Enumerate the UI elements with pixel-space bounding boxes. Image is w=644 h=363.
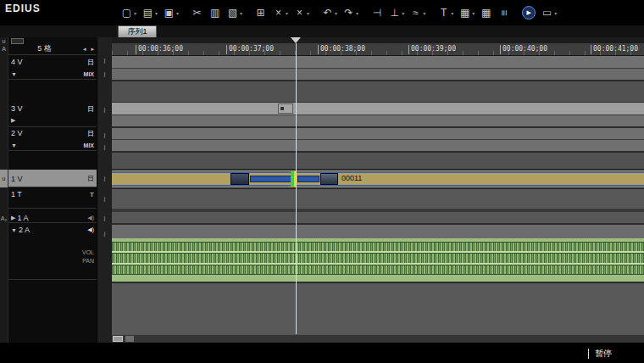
expander-icon[interactable]: ▼ [11,142,17,148]
chevron-down-icon[interactable]: ▾ [451,10,453,16]
track-header-1a[interactable]: ▶ 1 A ◀) [8,212,97,223]
status-text-group: 暂停 [588,348,612,360]
arrow-right-icon[interactable]: ▸ [88,46,97,53]
track-row: 2 V 日 [8,127,97,139]
chevron-down-icon[interactable]: ▾ [356,10,358,16]
chevron-down-icon[interactable]: ▾ [402,10,404,16]
lock-icon[interactable]: u [0,170,8,187]
audio-waveform [112,265,644,275]
track-row: ▼ 2 A ◀) [8,224,97,236]
toolbar-button-grid[interactable]: ▦ [478,4,494,21]
toolbar-button-set-point[interactable]: ⊣ [369,4,385,21]
sync-link-icon[interactable]: ≀ [97,142,112,153]
toolbar-button-add-cut-point[interactable]: ⊥▾ [386,4,406,21]
chevron-down-icon[interactable]: ▾ [307,10,309,16]
track-lane-3v-sub[interactable] [112,115,644,126]
toolbar-button-copy[interactable]: ▥ [207,4,223,21]
track-lane-4v[interactable] [112,56,644,68]
horizontal-scrollbar[interactable] [112,334,644,343]
chevron-down-icon[interactable]: ▾ [472,10,475,16]
track-lane-1t[interactable] [112,189,644,209]
video-mute-icon[interactable]: 日 [87,104,94,114]
lock-icon[interactable]: A₂ [0,215,8,221]
track-lane-3v[interactable] [112,103,644,114]
track-lane-1a[interactable] [112,212,644,223]
clip-3v-small[interactable] [278,103,293,114]
track-lane-2v-mix[interactable] [112,140,644,151]
audio-clip-2a[interactable] [112,238,644,282]
clip-name-label: 00011 [341,174,362,182]
sync-link-icon[interactable]: ≀ [97,70,112,80]
scrollbar-button[interactable] [125,336,134,342]
sync-link-icon[interactable]: ≀ [97,229,112,239]
chevron-down-icon[interactable]: ▾ [134,10,136,16]
clip-segment[interactable] [297,176,319,182]
toolbar-button-ripple-delete[interactable]: ×▾ [291,4,311,21]
arrow-left-icon[interactable]: ◂ [80,46,89,53]
chevron-down-icon[interactable]: ▾ [240,10,242,16]
tab-sequence-1[interactable]: 序列1 [118,25,157,37]
speaker-icon[interactable]: ◀) [87,215,94,221]
expander-icon[interactable]: ▼ [11,227,17,233]
clip-thumbnail[interactable] [230,173,249,185]
title-track-icon[interactable]: T [90,191,94,198]
expander-icon[interactable]: ▼ [11,71,17,77]
toolbar-button-play[interactable]: ▶ [520,4,537,21]
toolbar-button-delete[interactable]: ×▾ [270,4,290,21]
playhead-marker-icon[interactable] [291,37,301,43]
sync-link-icon[interactable]: ≀ [97,56,112,66]
track-height-control[interactable]: 5 格 ◂ ▸ [8,43,97,55]
scrollbar-thumb[interactable] [113,336,123,342]
layout-icon: ▦ [458,5,471,20]
clip-segment[interactable] [250,176,291,182]
chevron-down-icon[interactable]: ▾ [176,10,179,16]
toolbar-button-undo[interactable]: ↶▾ [319,4,339,21]
sync-link-icon[interactable]: ≀ [97,174,112,184]
track-header-4v[interactable]: 4 V 日 ▼ MIX [8,56,97,80]
chevron-down-icon[interactable]: ▾ [335,10,337,16]
toolbar-button-save-project[interactable]: ▣▾ [161,4,180,21]
chevron-down-icon[interactable]: ▾ [423,10,425,16]
clip-thumbnail[interactable] [320,173,338,185]
track-lane-2a[interactable] [112,225,644,238]
video-mute-icon[interactable]: 日 [87,174,94,183]
sync-link-icon[interactable]: ≀ [97,105,112,115]
toolbar-button-add-to-timeline[interactable]: ⊞ [253,4,269,21]
video-mute-icon[interactable]: 日 [87,58,94,67]
toolbar-button-mode[interactable]: ≈▾ [408,4,427,21]
sync-link-icon[interactable]: ≀ [97,194,112,204]
lock-icon[interactable]: A [0,46,8,52]
volume-lane-label[interactable]: VOL [82,249,94,255]
playhead-line[interactable] [296,43,297,334]
chevron-down-icon[interactable]: ▾ [554,10,557,16]
chevron-down-icon[interactable]: ▾ [286,10,288,16]
track-header-2a[interactable]: ▼ 2 A ◀) VOL PAN [8,224,97,280]
sync-link-icon[interactable]: ≀ [97,131,112,141]
toolbar-button-cut[interactable]: ✂ [189,4,205,21]
speaker-icon[interactable]: ◀) [87,226,94,233]
track-header-2v[interactable]: 2 V 日 ▼ MIX [8,127,97,151]
expander-icon[interactable]: ▶ [11,215,15,221]
toolbar-button-open-project[interactable]: ▤▾ [140,4,159,21]
lock-icon[interactable]: u [0,38,8,44]
sync-link-icon[interactable]: ≀ [97,214,112,224]
track-header-3v[interactable]: 3 V 日 ▶ [8,103,97,127]
toolbar-button-title[interactable]: T▾ [436,4,455,21]
track-lane-2v[interactable] [112,128,644,139]
timeline-ruler[interactable]: 00:00:36;00 00:00:37;00 00:00:38;00 00:0… [112,43,644,56]
video-mute-icon[interactable]: 日 [87,129,94,138]
chevron-down-icon[interactable]: ▾ [155,10,158,16]
toolbar-button-mixer[interactable]: ≡ [496,4,512,21]
toolbar-button-paste[interactable]: ▧▾ [225,4,244,21]
toolbar-button-layout[interactable]: ▦▾ [457,4,476,21]
track-header-1t[interactable]: 1 T T [8,188,97,209]
toolbar-button-redo[interactable]: ↷▾ [341,4,360,21]
ruler-tick: 00:00:37;00 [226,45,274,54]
track-header-1v-selected[interactable]: 1 V 日 [8,170,97,187]
toolbar-button-new-sequence[interactable]: ▢▾ [119,4,138,21]
pan-lane-label[interactable]: PAN [82,258,94,264]
main-toolbar: ▢▾ ▤▾ ▣▾ ✂ ▥ ▧▾ ⊞ ×▾ ×▾ ↶▾ ↷▾ ⊣ ⊥▾ ≈▾ T▾… [119,2,558,24]
expander-icon[interactable]: ▶ [11,117,15,124]
toolbar-button-monitor[interactable]: ▭▾ [539,4,558,21]
track-lane-4v-mix[interactable] [112,69,644,80]
